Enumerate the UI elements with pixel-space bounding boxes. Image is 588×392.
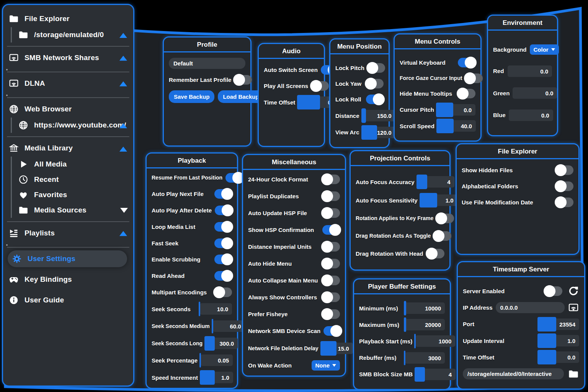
alphabetical-folders-toggle[interactable]: [556, 181, 573, 191]
hide-menu-tooltips-toggle[interactable]: [458, 89, 475, 98]
sidebar-item-media-library[interactable]: Media Library: [8, 140, 129, 157]
background-dropdown[interactable]: Color: [530, 44, 559, 55]
show-hsp-confirmation-toggle[interactable]: [322, 225, 340, 235]
auto-update-hsp-file-toggle[interactable]: [322, 208, 340, 218]
sidebar-item-user-settings[interactable]: User Settings: [8, 250, 127, 267]
collapse-arrow-icon[interactable]: [119, 231, 127, 236]
smb-block-size-mb-value-field[interactable]: 4: [416, 369, 456, 380]
port-value-field[interactable]: 23554: [539, 318, 579, 330]
play-all-screens-toggle[interactable]: [311, 81, 329, 91]
auto-focus-accuracy-value-field[interactable]: 4: [418, 176, 454, 188]
save-backup-button[interactable]: Save Backup: [169, 90, 214, 103]
seek-percentage-value-field[interactable]: 0.05: [201, 354, 233, 366]
cast-icon[interactable]: [568, 302, 579, 314]
read-ahead-toggle[interactable]: [214, 271, 232, 281]
sidebar-group-media-library: Media LibraryAll MediaRecentFavoritesMed…: [3, 138, 133, 220]
setting-row: Enable Scrubbing: [152, 254, 232, 265]
playback-start-ms-value-field[interactable]: 1000: [415, 335, 455, 347]
always-show-controllers-toggle[interactable]: [322, 292, 340, 302]
maximum-ms-value-field[interactable]: 20000: [405, 319, 445, 330]
prefer-fisheye-toggle[interactable]: [322, 309, 340, 319]
setting-row: Time Offset0.0: [463, 351, 579, 363]
red-value-field[interactable]: 0.0: [508, 65, 552, 77]
24-hour-clock-format-toggle[interactable]: [322, 175, 340, 184]
rebuffer-ms-value-field[interactable]: 3000: [405, 352, 445, 364]
lock-pitch-toggle[interactable]: [368, 63, 385, 73]
green-value-field[interactable]: 0.0: [513, 87, 557, 99]
remember-last-profile-toggle[interactable]: [234, 75, 252, 85]
distance-value-field[interactable]: 150.0: [363, 110, 395, 121]
auto-play-after-delete-toggle[interactable]: [215, 206, 232, 215]
sidebar-item-recent[interactable]: Recent: [17, 172, 129, 187]
minimum-ms-value-field[interactable]: 10000: [405, 302, 445, 314]
enable-scrubbing-toggle[interactable]: [214, 255, 232, 264]
server-path-field[interactable]: /storage/emulated/0/Interactive: [463, 368, 564, 379]
setting-label: Resume From Last Position: [152, 175, 222, 181]
on-wake-action-dropdown[interactable]: None: [312, 360, 340, 371]
rotation-applies-to-key-frame-toggle[interactable]: [436, 214, 454, 223]
setting-label: Seek Seconds: [152, 306, 191, 312]
scroll-speed-value-field[interactable]: 40.0: [438, 120, 476, 132]
setting-label: Scroll Speed: [400, 123, 434, 129]
speed-increment-value-field[interactable]: 1.0: [201, 372, 233, 383]
lock-roll-toggle[interactable]: [366, 95, 384, 104]
auto-play-next-file-toggle[interactable]: [214, 189, 232, 199]
force-gaze-cursor-input-toggle[interactable]: [465, 74, 483, 83]
collapse-arrow-icon[interactable]: [119, 123, 127, 128]
sidebar-item-web-browser[interactable]: Web Browser: [8, 101, 129, 118]
lock-yaw-toggle[interactable]: [366, 79, 384, 88]
setting-row: Auto Hide Menu: [248, 258, 340, 269]
time-offset-value-field[interactable]: 0.0: [539, 351, 579, 363]
network-smb-device-scan-toggle[interactable]: [323, 326, 341, 336]
collapse-arrow-icon[interactable]: [120, 208, 128, 213]
update-interval-value-field[interactable]: 1.0: [539, 335, 579, 346]
drag-rotation-acts-as-toggle-toggle[interactable]: [434, 231, 451, 241]
ip-address-input[interactable]: 0.0.0.0: [496, 302, 565, 313]
sidebar-item-label: https://www.youtube.com/: [34, 121, 126, 129]
multipart-encodings-toggle[interactable]: [214, 287, 232, 297]
sidebar-item-favorites[interactable]: Favorites: [17, 187, 129, 203]
sidebar-item-user-guide[interactable]: User Guide: [8, 292, 129, 309]
folder-icon[interactable]: [568, 368, 579, 380]
sidebar-group-user-settings: User Settings: [3, 249, 133, 270]
collapse-arrow-icon[interactable]: [119, 56, 127, 61]
show-hidden-files-toggle[interactable]: [556, 165, 573, 175]
collapse-arrow-icon[interactable]: [119, 82, 127, 87]
seek-seconds-medium-value-field[interactable]: 60.0: [213, 320, 245, 332]
collapse-arrow-icon[interactable]: [119, 33, 127, 38]
clock-icon: [18, 174, 29, 185]
seek-seconds-long-value-field[interactable]: 300.0: [206, 338, 238, 349]
sidebar-item-file-explorer[interactable]: File Explorer: [8, 10, 129, 27]
sidebar-item-playlists[interactable]: Playlists: [8, 225, 129, 242]
fast-seek-toggle[interactable]: [214, 238, 232, 248]
sidebar-item-storage-emulated-0[interactable]: /storage/emulated/0: [17, 27, 129, 42]
refresh-icon[interactable]: [568, 285, 579, 297]
view-arc-value-field[interactable]: 120.0: [363, 127, 395, 138]
server-enabled-toggle[interactable]: [545, 286, 562, 296]
distance-imperial-units-toggle[interactable]: [322, 242, 340, 252]
use-file-modification-date-toggle[interactable]: [556, 198, 573, 207]
setting-row: Seek Seconds Long300.0: [152, 338, 232, 349]
auto-hide-menu-toggle[interactable]: [322, 259, 340, 268]
auto-focus-sensitivity-value-field[interactable]: 1.0: [421, 194, 457, 206]
load-backup-button[interactable]: Load Backup: [218, 90, 264, 103]
sidebar-item-media-sources[interactable]: Media Sources: [17, 203, 129, 218]
sidebar-item-dlna[interactable]: DLNA: [8, 75, 129, 92]
playlist-duplicates-toggle[interactable]: [322, 191, 340, 201]
sidebar-item-all-media[interactable]: All Media: [17, 157, 129, 172]
setting-label: Server Enabled: [463, 288, 505, 294]
loop-media-list-toggle[interactable]: [214, 222, 232, 232]
auto-collapse-main-menu-toggle[interactable]: [322, 276, 340, 285]
resume-from-last-position-toggle[interactable]: [225, 173, 243, 183]
sidebar-item-smb-network-shares[interactable]: SMB Network Shares: [8, 49, 129, 66]
drag-rotation-with-head-toggle[interactable]: [427, 249, 444, 258]
sidebar-item-https-www-youtube-com[interactable]: https://www.youtube.com/: [17, 118, 129, 133]
sidebar-item-key-bindings[interactable]: Key Bindings: [8, 271, 129, 288]
profile-select[interactable]: Default: [169, 58, 245, 69]
network-file-deletion-delay-value-field[interactable]: 15.0: [322, 343, 353, 354]
seek-seconds-value-field[interactable]: 10.0: [200, 303, 232, 315]
cursor-pitch-value-field[interactable]: 0.0: [437, 104, 475, 116]
collapse-arrow-icon[interactable]: [119, 147, 127, 152]
virtual-keyboard-toggle[interactable]: [458, 58, 475, 67]
blue-value-field[interactable]: 0.0: [509, 109, 553, 121]
